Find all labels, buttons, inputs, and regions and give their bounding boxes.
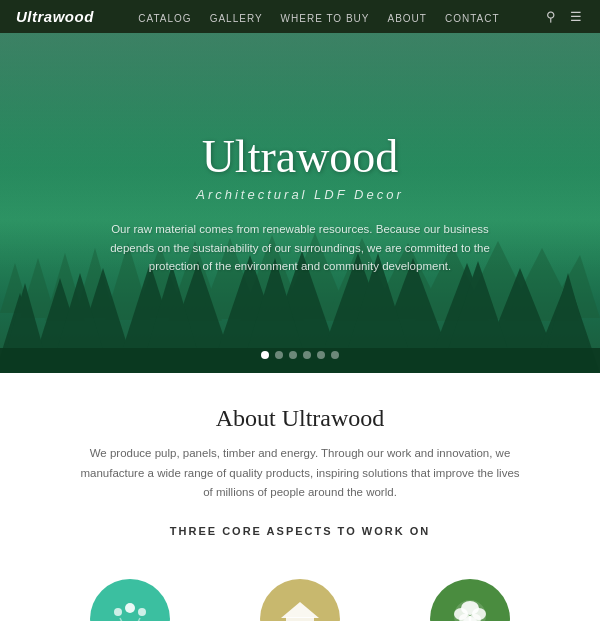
hero-dot-2[interactable] <box>275 351 283 359</box>
participation-icon <box>275 594 325 621</box>
navbar: Ultrawood CATALOG GALLERY WHERE TO BUY A… <box>0 0 600 33</box>
hero-dot-6[interactable] <box>331 351 339 359</box>
hero-dot-4[interactable] <box>303 351 311 359</box>
hero-section: Ultrawood Architectural LDF Decor Our ra… <box>0 33 600 373</box>
menu-icon[interactable]: ☰ <box>568 7 584 26</box>
aspect-item-participation: Participationand dialog <box>240 579 360 621</box>
aspect-item-environmental: ResponsibleEnvironmental Management <box>410 579 530 621</box>
search-icon[interactable]: ⚲ <box>544 7 558 26</box>
hero-dot-1[interactable] <box>261 351 269 359</box>
about-description: We produce pulp, panels, timber and ener… <box>80 444 520 503</box>
about-title: About Ultrawood <box>60 405 540 432</box>
nav-contact[interactable]: CONTACT <box>445 13 500 24</box>
svg-line-39 <box>120 618 123 621</box>
svg-point-37 <box>114 608 122 616</box>
nav-where-to-buy[interactable]: WHERE TO BUY <box>281 13 370 24</box>
svg-point-36 <box>125 603 135 613</box>
nav-gallery[interactable]: GALLERY <box>210 13 263 24</box>
contribution-icon-circle <box>90 579 170 621</box>
hero-dots <box>261 351 339 359</box>
core-aspects-label: THREE CORE ASPECTS TO WORK ON <box>60 525 540 537</box>
svg-line-40 <box>137 618 140 621</box>
environmental-icon-circle <box>430 579 510 621</box>
hero-dot-3[interactable] <box>289 351 297 359</box>
nav-action-icons: ⚲ ☰ <box>544 7 584 26</box>
hero-dot-5[interactable] <box>317 351 325 359</box>
hero-subtitle: Architectural LDF Decor <box>196 187 403 202</box>
contribution-icon <box>105 594 155 621</box>
core-aspects-row: Contribution tolocal development Partici… <box>0 579 600 621</box>
nav-links: CATALOG GALLERY WHERE TO BUY ABOUT CONTA… <box>138 8 499 26</box>
svg-point-38 <box>138 608 146 616</box>
hero-description: Our raw material comes from renewable re… <box>100 220 500 275</box>
nav-about[interactable]: ABOUT <box>387 13 426 24</box>
about-section: About Ultrawood We produce pulp, panels,… <box>0 373 600 579</box>
site-logo: Ultrawood <box>16 8 94 25</box>
svg-marker-41 <box>281 602 319 618</box>
environmental-icon <box>445 594 495 621</box>
svg-rect-42 <box>286 617 314 621</box>
hero-title: Ultrawood <box>202 130 399 183</box>
hero-content: Ultrawood Architectural LDF Decor Our ra… <box>0 33 600 373</box>
participation-icon-circle <box>260 579 340 621</box>
nav-catalog[interactable]: CATALOG <box>138 13 191 24</box>
aspect-item-contribution: Contribution tolocal development <box>70 579 190 621</box>
